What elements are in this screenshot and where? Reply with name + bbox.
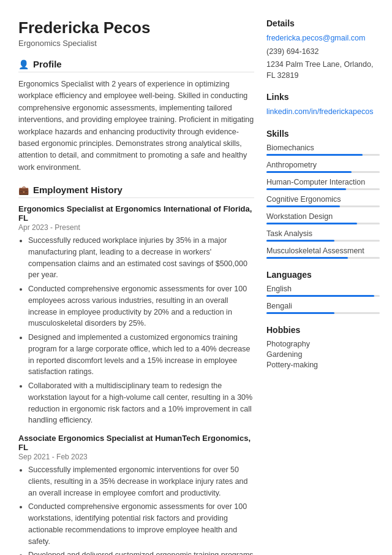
hobbies-heading: Hobbies (266, 325, 380, 335)
skill-name: Musculoskeletal Assessment (266, 247, 380, 255)
skill-item: Biomechanics (266, 144, 380, 156)
skill-name: Anthropometry (266, 161, 380, 169)
languages-section: Languages English Bengali (266, 270, 380, 314)
skill-bar-bg (266, 188, 380, 190)
profile-text: Ergonomics Specialist with 2 years of ex… (18, 78, 254, 174)
job-date: Apr 2023 - Present (18, 223, 254, 232)
hobbies-section: Hobbies Photography Gardening Pottery-ma… (266, 325, 380, 369)
lang-bar-fill (266, 312, 334, 314)
skill-item: Cognitive Ergonomics (266, 195, 380, 207)
bullet: Conducted comprehensive ergonomic assess… (28, 501, 254, 547)
profile-section: 👤 Profile Ergonomics Specialist with 2 y… (18, 59, 254, 174)
skill-name: Biomechanics (266, 144, 380, 152)
lang-item: English (266, 285, 380, 297)
lang-bar-fill (266, 295, 374, 297)
skill-bar-bg (266, 240, 380, 242)
job-title: Ergonomics Specialist at Ergonomics Inte… (18, 204, 254, 223)
bullet: Collaborated with a multidisciplinary te… (28, 380, 254, 426)
job-item: Associate Ergonomics Specialist at Human… (18, 434, 254, 555)
hobby-item: Pottery-making (266, 361, 380, 369)
skill-bar-fill (266, 240, 334, 242)
skill-item: Task Analysis (266, 229, 380, 242)
lang-name: Bengali (266, 302, 380, 310)
skill-item: Workstation Design (266, 212, 380, 224)
hobby-item: Gardening (266, 350, 380, 359)
skill-bar-fill (266, 171, 352, 173)
bullet: Designed and implemented a customized er… (28, 332, 254, 378)
job-item: Ergonomics Specialist at Ergonomics Inte… (18, 204, 254, 426)
skills-section: Skills Biomechanics Anthropometry Human-… (266, 129, 380, 259)
links-heading: Links (266, 92, 380, 102)
job-bullets: Successfully reduced workplace injuries … (18, 235, 254, 426)
job-bullets: Successfully implemented ergonomic inter… (18, 464, 254, 555)
job-title: Associate Ergonomics Specialist at Human… (18, 434, 254, 452)
skill-bar-fill (266, 154, 363, 156)
lang-bar-bg (266, 295, 380, 297)
skills-heading: Skills (266, 129, 380, 139)
lang-item: Bengali (266, 302, 380, 314)
lang-bar-bg (266, 312, 380, 314)
bullet: Developed and delivered customized ergon… (28, 549, 254, 555)
resume-header: Fredericka Pecos Ergonomics Specialist (18, 18, 254, 48)
lang-name: English (266, 285, 380, 293)
detail-address: 1234 Palm Tree Lane, Orlando, FL 32819 (266, 59, 380, 81)
details-section: Details fredericka.pecos@gmail.com (239)… (266, 18, 380, 81)
links-section: Links linkedin.com/in/frederickapecos (266, 92, 380, 118)
detail-phone: (239) 694-1632 (266, 47, 380, 58)
skill-name: Workstation Design (266, 212, 380, 221)
skill-name: Cognitive Ergonomics (266, 195, 380, 204)
candidate-title: Ergonomics Specialist (18, 39, 254, 48)
skill-bar-bg (266, 205, 380, 207)
skill-bar-fill (266, 223, 357, 224)
skill-bar-bg (266, 171, 380, 173)
detail-email: fredericka.pecos@gmail.com (266, 33, 380, 44)
skill-bar-fill (266, 257, 348, 259)
skill-name: Human-Computer Interaction (266, 178, 380, 186)
skill-bar-bg (266, 223, 380, 224)
candidate-name: Fredericka Pecos (18, 18, 254, 37)
skill-item: Anthropometry (266, 161, 380, 173)
bullet: Conducted comprehensive ergonomic assess… (28, 283, 254, 329)
details-heading: Details (266, 18, 380, 28)
profile-icon: 👤 (18, 59, 29, 69)
bullet: Successfully implemented ergonomic inter… (28, 464, 254, 499)
skill-name: Task Analysis (266, 229, 380, 238)
languages-heading: Languages (266, 270, 380, 280)
bullet: Successfully reduced workplace injuries … (28, 235, 254, 281)
linkedin-link[interactable]: linkedin.com/in/frederickapecos (266, 107, 373, 116)
skill-bar-fill (266, 188, 346, 190)
job-date: Sep 2021 - Feb 2023 (18, 453, 254, 461)
employment-icon: 💼 (18, 185, 29, 195)
skill-item: Musculoskeletal Assessment (266, 247, 380, 259)
email-link[interactable]: fredericka.pecos@gmail.com (266, 34, 365, 42)
profile-heading: 👤 Profile (18, 59, 254, 72)
employment-section: 💼 Employment History Ergonomics Speciali… (18, 185, 254, 555)
skill-bar-fill (266, 205, 340, 207)
hobby-item: Photography (266, 340, 380, 348)
skill-bar-bg (266, 257, 380, 259)
employment-heading: 💼 Employment History (18, 185, 254, 198)
link-item: linkedin.com/in/frederickapecos (266, 107, 380, 118)
skill-bar-bg (266, 154, 380, 156)
skill-item: Human-Computer Interaction (266, 178, 380, 190)
